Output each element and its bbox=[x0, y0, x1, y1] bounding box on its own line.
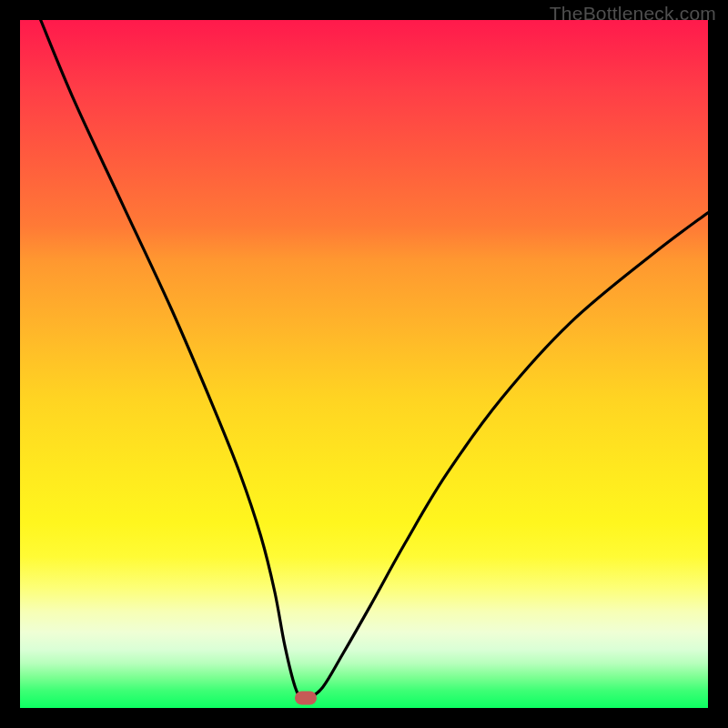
optimal-point-marker bbox=[295, 691, 317, 704]
chart-plot-area bbox=[20, 20, 708, 708]
watermark-text: TheBottleneck.com bbox=[550, 3, 716, 25]
bottleneck-curve bbox=[20, 20, 708, 708]
